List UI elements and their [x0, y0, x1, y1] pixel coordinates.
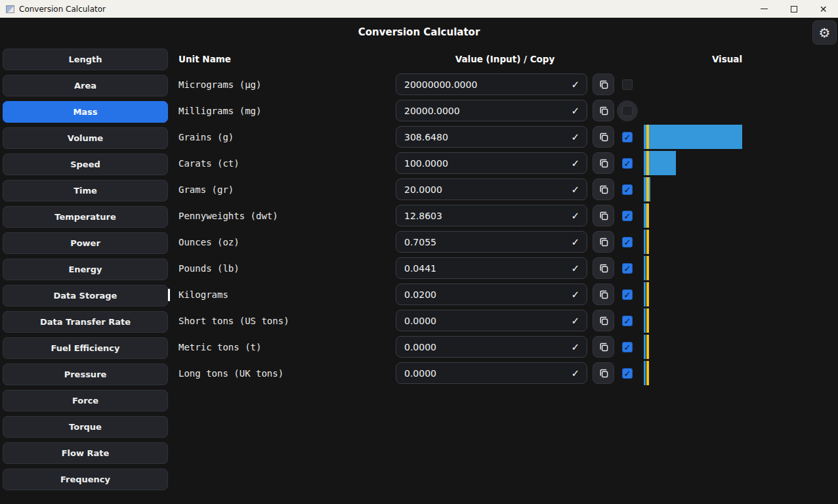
copy-icon — [598, 158, 609, 169]
unit-row: Grains (g) 308.6480 ✓ ✓ — [0, 124, 838, 150]
visual-bar-track — [644, 72, 838, 96]
visual-bar-track — [644, 361, 838, 385]
unit-name-label: Grams (gr) — [178, 177, 234, 203]
value-input[interactable]: 20000000.0000 ✓ — [396, 74, 587, 95]
valid-check-icon: ✓ — [571, 262, 579, 274]
minimize-icon — [761, 9, 768, 9]
copy-button[interactable] — [593, 336, 614, 358]
sidebar-category-flow-rate[interactable]: Flow Rate — [3, 442, 168, 464]
checkbox-check-icon: ✓ — [622, 184, 633, 195]
close-button[interactable]: ✕ — [808, 0, 838, 18]
settings-button[interactable]: ⚙ — [812, 20, 837, 45]
include-checkbox[interactable] — [617, 74, 638, 95]
value-input[interactable]: 20000.0000 ✓ — [396, 100, 587, 121]
visual-bar-marker — [646, 151, 649, 175]
unit-row: Kilograms 0.0200 ✓ ✓ — [0, 282, 838, 308]
value-input[interactable]: 0.0200 ✓ — [396, 284, 587, 305]
value-input[interactable]: 20.0000 ✓ — [396, 178, 587, 200]
valid-check-icon: ✓ — [571, 210, 579, 222]
include-checkbox[interactable]: ✓ — [617, 153, 638, 174]
visual-bar-track — [644, 308, 838, 333]
visual-bar-marker — [646, 361, 649, 385]
value-text: 20000.0000 — [404, 106, 460, 116]
include-checkbox[interactable] — [617, 100, 638, 121]
copy-button[interactable] — [593, 126, 614, 148]
focus-caret — [168, 289, 170, 301]
checkbox-check-icon: ✓ — [622, 237, 633, 247]
copy-button[interactable] — [593, 152, 614, 174]
copy-icon — [598, 342, 609, 352]
valid-check-icon: ✓ — [571, 79, 579, 91]
visual-bar — [644, 230, 646, 254]
copy-button[interactable] — [593, 362, 614, 384]
visual-bar-track — [644, 125, 838, 149]
visual-bar — [644, 335, 646, 359]
copy-button[interactable] — [593, 310, 614, 331]
sidebar-category-force[interactable]: Force — [3, 390, 168, 411]
minimize-button[interactable] — [749, 0, 779, 18]
value-text: 0.7055 — [404, 237, 436, 247]
visual-bar-track — [644, 151, 838, 175]
copy-button[interactable] — [593, 257, 614, 279]
close-icon: ✕ — [820, 5, 828, 14]
value-text: 308.6480 — [404, 132, 448, 142]
unit-row: Long tons (UK tons) 0.0000 ✓ ✓ — [0, 360, 838, 387]
include-checkbox[interactable]: ✓ — [617, 363, 638, 384]
checkbox-check-icon: ✓ — [622, 211, 633, 221]
checkbox-check-icon: ✓ — [622, 289, 633, 300]
copy-button[interactable] — [593, 231, 614, 253]
value-input[interactable]: 0.7055 ✓ — [396, 231, 587, 253]
sidebar-category-torque[interactable]: Torque — [3, 416, 168, 438]
copy-icon — [598, 79, 609, 90]
copy-icon — [598, 211, 609, 221]
unit-name-label: Short tons (US tons) — [178, 308, 289, 334]
checkbox-check-icon: ✓ — [622, 132, 633, 142]
include-checkbox[interactable]: ✓ — [617, 232, 638, 253]
column-header-unit-name: Unit Name — [178, 54, 231, 64]
visual-bar — [644, 125, 742, 149]
value-input[interactable]: 100.0000 ✓ — [396, 152, 587, 174]
sidebar-category-length[interactable]: Length — [3, 49, 168, 70]
value-input[interactable]: 0.0000 ✓ — [396, 362, 587, 384]
copy-button[interactable] — [593, 205, 614, 226]
value-text: 0.0000 — [404, 316, 436, 326]
value-input[interactable]: 0.0441 ✓ — [396, 257, 587, 279]
unit-name-label: Pennyweights (dwt) — [178, 203, 278, 229]
include-checkbox[interactable]: ✓ — [617, 205, 638, 226]
unit-name-label: Grains (g) — [178, 124, 234, 150]
include-checkbox[interactable]: ✓ — [617, 284, 638, 305]
gear-icon: ⚙ — [819, 26, 831, 39]
unit-name-label: Long tons (UK tons) — [178, 360, 283, 387]
value-input[interactable]: 308.6480 ✓ — [396, 126, 587, 148]
copy-button[interactable] — [593, 100, 614, 121]
copy-button[interactable] — [593, 178, 614, 200]
value-input[interactable]: 0.0000 ✓ — [396, 310, 587, 331]
valid-check-icon: ✓ — [571, 184, 579, 196]
value-input[interactable]: 12.8603 ✓ — [396, 205, 587, 226]
visual-bar-track — [644, 230, 838, 254]
visual-bar-marker — [646, 125, 649, 149]
copy-icon — [598, 184, 609, 195]
column-header-visual: Visual — [644, 54, 810, 64]
include-checkbox[interactable]: ✓ — [617, 337, 638, 358]
include-checkbox[interactable]: ✓ — [617, 127, 638, 148]
unit-rows: Micrograms (µg) 20000000.0000 ✓ Milligra… — [0, 72, 838, 387]
copy-icon — [598, 106, 609, 116]
value-input[interactable]: 0.0000 ✓ — [396, 336, 587, 358]
include-checkbox[interactable]: ✓ — [617, 258, 638, 279]
unit-row: Pounds (lb) 0.0441 ✓ ✓ — [0, 255, 838, 282]
sidebar-category-frequency[interactable]: Frequency — [3, 469, 168, 490]
checkbox-check-icon: ✓ — [622, 316, 633, 326]
copy-button[interactable] — [593, 74, 614, 95]
unit-row: Metric tons (t) 0.0000 ✓ ✓ — [0, 334, 838, 360]
maximize-button[interactable] — [779, 0, 808, 18]
visual-bar-track — [644, 177, 838, 201]
checkbox-check-icon: ✓ — [622, 263, 633, 274]
include-checkbox[interactable]: ✓ — [617, 179, 638, 200]
copy-button[interactable] — [593, 284, 614, 305]
copy-icon — [598, 368, 609, 379]
visual-bar-marker — [646, 203, 649, 228]
include-checkbox[interactable]: ✓ — [617, 310, 638, 331]
unit-name-label: Kilograms — [178, 282, 228, 308]
unit-row: Micrograms (µg) 20000000.0000 ✓ — [0, 72, 838, 98]
